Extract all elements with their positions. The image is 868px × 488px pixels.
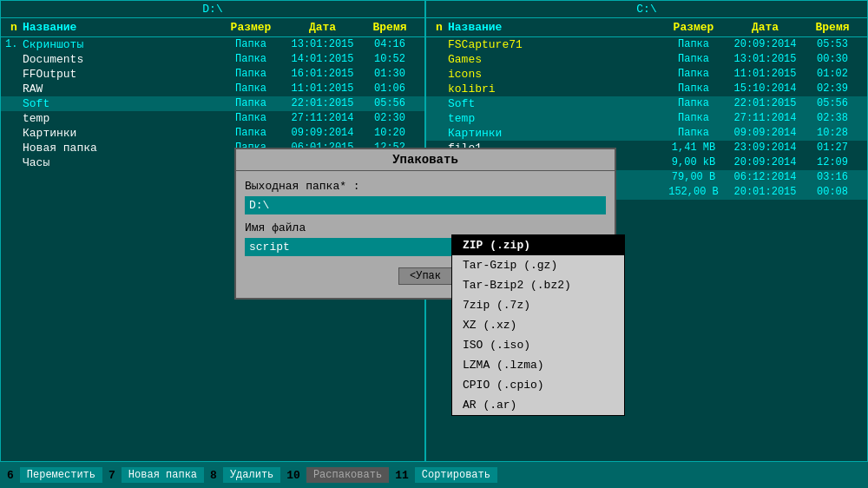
col-time: 04:16: [359, 38, 420, 51]
col-time: 01:30: [359, 68, 420, 81]
col-time: 00:30: [802, 53, 863, 66]
col-size: Папка: [659, 97, 728, 110]
list-item[interactable]: temp Папка 27:11:2014 02:38: [426, 111, 867, 126]
right-header-name: Название: [448, 21, 659, 34]
col-name: Скриншоты: [23, 38, 216, 51]
dropdown-item[interactable]: ISO (.iso): [452, 335, 624, 355]
list-item[interactable]: Картинки Папка 09:09:2014 10:20: [1, 126, 424, 141]
col-date: 14:01:2015: [286, 53, 359, 66]
col-date: 20:09:2014: [728, 156, 802, 169]
col-size: Папка: [216, 127, 286, 140]
dropdown-item[interactable]: LZMA (.lzma): [452, 355, 624, 375]
col-n: [5, 82, 23, 96]
col-n: [5, 53, 23, 66]
col-name: Часы: [23, 156, 216, 169]
col-name: Новая папка: [23, 142, 216, 155]
bottom-btn-Сортировать[interactable]: Сортировать: [415, 467, 497, 483]
bottom-bar: 6Переместить7Новая папка8Удалить10Распак…: [0, 462, 868, 488]
dropdown-item[interactable]: 7zip (.7z): [452, 295, 624, 315]
dialog-title: Упаковать: [236, 149, 615, 171]
list-item[interactable]: kolibri Папка 15:10:2014 02:39: [426, 82, 867, 96]
left-panel-header: n Название Размер Дата Время: [1, 18, 424, 37]
col-time: 05:56: [802, 97, 863, 110]
col-name: Soft: [448, 97, 659, 110]
col-size: Папка: [659, 53, 728, 66]
col-time: 05:56: [359, 97, 420, 110]
col-time: 10:52: [359, 53, 420, 66]
list-item[interactable]: Soft Папка 22:01:2015 05:56: [1, 96, 424, 111]
list-item[interactable]: Documents Папка 14:01:2015 10:52: [1, 52, 424, 67]
col-size: Папка: [659, 68, 728, 81]
col-date: 16:01:2015: [286, 68, 359, 81]
col-name: temp: [23, 112, 216, 125]
list-item[interactable]: FSCapture71 Папка 20:09:2014 05:53: [426, 37, 867, 52]
bottom-btn-Распаковать[interactable]: Распаковать: [306, 467, 389, 483]
col-size: 9,00 kB: [659, 156, 728, 169]
format-dropdown[interactable]: ZIP (.zip)Tar-Gzip (.gz)Tar-Bzip2 (.bz2)…: [451, 234, 625, 416]
col-name: FSCapture71: [448, 38, 659, 51]
right-header-date: Дата: [728, 21, 802, 34]
list-item[interactable]: FFOutput Папка 16:01:2015 01:30: [1, 67, 424, 82]
right-header-size: Размер: [659, 21, 728, 34]
bottom-btn-Удалить[interactable]: Удалить: [223, 467, 280, 483]
col-n: [431, 53, 448, 66]
dropdown-item[interactable]: Tar-Gzip (.gz): [452, 255, 624, 275]
col-n: [431, 82, 448, 96]
col-size: Папка: [659, 38, 728, 51]
col-name: Documents: [23, 53, 216, 66]
dropdown-item[interactable]: Tar-Bzip2 (.bz2): [452, 275, 624, 295]
col-time: 01:02: [802, 68, 863, 81]
list-item[interactable]: 1. Скриншоты Папка 13:01:2015 04:16: [1, 37, 424, 52]
col-name: kolibri: [448, 82, 659, 96]
col-n: [431, 112, 448, 125]
col-size: Папка: [216, 53, 286, 66]
col-n: [431, 127, 448, 140]
left-panel-title: D:\: [1, 1, 424, 18]
col-n: [5, 156, 23, 169]
button-number: 11: [392, 467, 411, 484]
col-n: 1.: [5, 38, 23, 51]
list-item[interactable]: Картинки Папка 09:09:2014 10:28: [426, 126, 867, 141]
col-date: 20:09:2014: [728, 38, 802, 51]
button-number: 8: [207, 467, 220, 484]
list-item[interactable]: RAW Папка 11:01:2015 01:06: [1, 82, 424, 96]
col-date: 22:01:2015: [286, 97, 359, 110]
col-date: 13:01:2015: [728, 53, 802, 66]
bottom-btn-Новая папка[interactable]: Новая папка: [122, 467, 204, 483]
col-date: 11:01:2015: [286, 82, 359, 96]
bottom-btn-Переместить[interactable]: Переместить: [20, 467, 102, 483]
dropdown-item[interactable]: CPIO (.cpio): [452, 375, 624, 395]
dropdown-item[interactable]: AR (.ar): [452, 395, 624, 415]
dropdown-item[interactable]: ZIP (.zip): [452, 235, 624, 255]
col-name: Games: [448, 53, 659, 66]
col-time: 02:39: [802, 82, 863, 96]
col-size: 152,00 B: [659, 186, 728, 199]
col-date: 20:01:2015: [728, 186, 802, 199]
col-name: Soft: [23, 97, 216, 110]
dropdown-item[interactable]: XZ (.xz): [452, 315, 624, 335]
col-time: 01:06: [359, 82, 420, 96]
col-n: [5, 97, 23, 110]
col-date: 06:12:2014: [728, 171, 802, 184]
col-time: 01:27: [802, 142, 863, 155]
col-size: Папка: [216, 112, 286, 125]
button-number: 10: [284, 467, 303, 484]
list-item[interactable]: Games Папка 13:01:2015 00:30: [426, 52, 867, 67]
col-n: [5, 68, 23, 81]
col-time: 05:53: [802, 38, 863, 51]
col-size: Папка: [216, 68, 286, 81]
col-n: [431, 68, 448, 81]
right-panel-title: C:\: [426, 1, 867, 18]
col-time: 02:30: [359, 112, 420, 125]
output-folder-input[interactable]: [245, 196, 606, 214]
list-item[interactable]: temp Папка 27:11:2014 02:30: [1, 111, 424, 126]
col-date: 22:01:2015: [728, 97, 802, 110]
pack-button[interactable]: <Упак: [398, 267, 452, 285]
col-date: 09:09:2014: [286, 127, 359, 140]
list-item[interactable]: Soft Папка 22:01:2015 05:56: [426, 96, 867, 111]
list-item[interactable]: icons Папка 11:01:2015 01:02: [426, 67, 867, 82]
col-name: icons: [448, 68, 659, 81]
col-name: Картинки: [448, 127, 659, 140]
right-panel-header: n Название Размер Дата Время: [426, 18, 867, 37]
left-header-time: Время: [359, 21, 420, 34]
